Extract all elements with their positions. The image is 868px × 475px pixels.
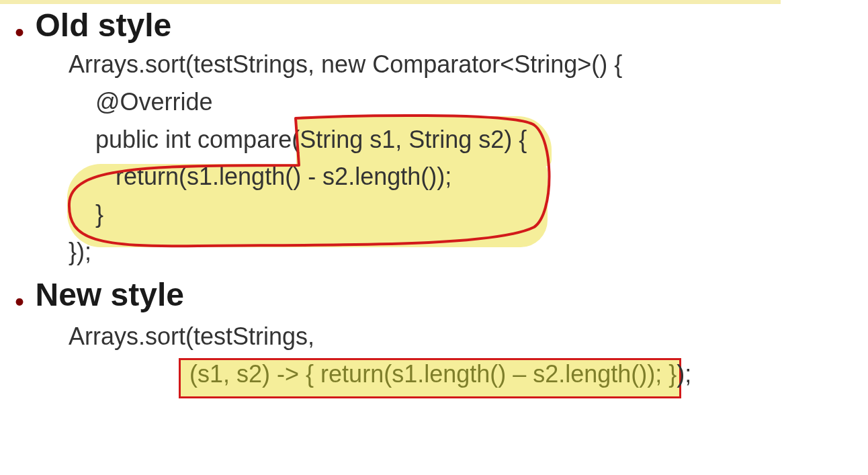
bullet-icon: • xyxy=(15,19,24,46)
code-new-line1: Arrays.sort(testStrings, xyxy=(69,322,314,350)
section-old-style: • Old style Arrays.sort(testStrings, new… xyxy=(15,7,855,271)
code-new-pad xyxy=(69,360,189,388)
code-old-line6: }); xyxy=(69,238,91,265)
code-old-line1: Arrays.sort(testStrings, new Comparator<… xyxy=(69,50,622,78)
code-old-style: Arrays.sort(testStrings, new Comparator<… xyxy=(69,46,855,271)
content-area: • Old style Arrays.sort(testStrings, new… xyxy=(15,7,855,392)
code-old-line5: } xyxy=(69,200,103,228)
top-accent-bar xyxy=(0,0,781,4)
slide: • Old style Arrays.sort(testStrings, new… xyxy=(0,0,868,475)
code-old-line4: return(s1.length() - s2.length()); xyxy=(69,163,451,190)
section-new-style: • New style Arrays.sort(testStrings, (s1… xyxy=(15,276,855,393)
heading-new-style: New style xyxy=(35,276,183,313)
code-new-style: Arrays.sort(testStrings, (s1, s2) -> { r… xyxy=(69,318,855,393)
code-old-line2: @Override xyxy=(69,88,213,116)
bullet-icon: • xyxy=(15,288,24,315)
code-new-tail: ); xyxy=(677,360,691,388)
code-new-lambda-params: (s1, s2) -> { return(s1.length() – s2.le… xyxy=(189,360,677,388)
heading-old-style: Old style xyxy=(35,7,171,44)
code-old-line3: public int compare(String s1, String s2)… xyxy=(69,126,527,153)
